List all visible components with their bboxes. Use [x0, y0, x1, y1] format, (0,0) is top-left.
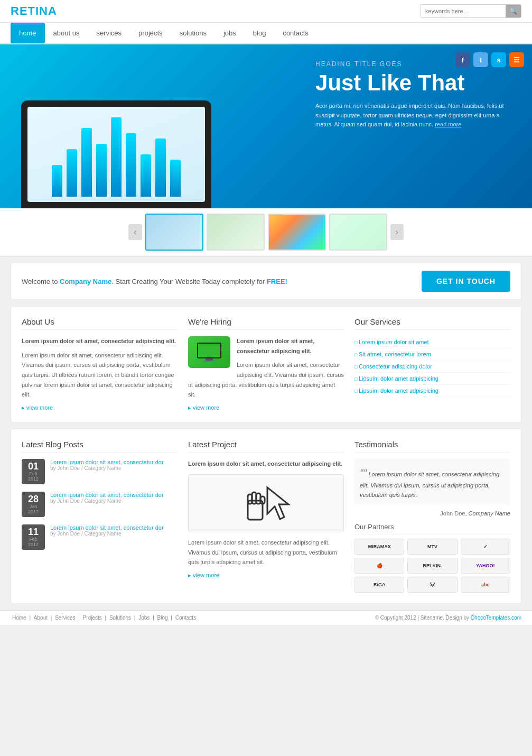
prev-thumb-button[interactable]: ‹: [128, 224, 142, 240]
footer-solutions[interactable]: Solutions: [109, 615, 131, 621]
services-title: Our Services: [354, 317, 510, 330]
footer-blog[interactable]: Blog: [157, 615, 168, 621]
post-day: 28: [25, 494, 41, 504]
partner-logo[interactable]: ✓: [461, 539, 510, 555]
thumbnail-3[interactable]: [268, 214, 326, 251]
nav: home about us services projects solution…: [0, 23, 532, 44]
nav-solutions[interactable]: solutions: [171, 23, 215, 43]
blog-post-author: by John Doe / Category Name: [50, 465, 164, 471]
search-input[interactable]: [421, 6, 506, 16]
service-link[interactable]: Lorem ipsum dolor sit amet: [354, 336, 510, 348]
blog-post-link[interactable]: Lorem ipsum dolor sit amet, consectetur …: [50, 524, 164, 531]
hero-subtitle: HEADING TITLE GOES: [315, 60, 516, 68]
hero-title: Just Like That: [315, 71, 516, 95]
service-link[interactable]: Lipsuim dolor amet adpispicing: [354, 385, 510, 397]
hero-text: Acor porta mi, non venenatis augue imper…: [315, 102, 516, 130]
footer-brand[interactable]: ChocoTemplates.com: [471, 615, 521, 621]
blog-post: 01 Feb 2012 Lorem ipsum dolor sit amet, …: [22, 459, 178, 484]
testimonials-column: Testimonials Lorem ipsum dolor sit amet,…: [354, 440, 510, 593]
hiring-icon: [188, 336, 230, 368]
date-badge: 11 Feb 2012: [22, 524, 45, 550]
testimonial-author: John Doe, Company Name: [354, 510, 510, 517]
svg-rect-2: [206, 358, 213, 361]
blog-post-link[interactable]: Lorem ipsum dolor sit amet, consectetur …: [50, 492, 164, 498]
service-link[interactable]: Lipsuim dolor amet adpispicing: [354, 373, 510, 385]
partner-logo[interactable]: MIRAMAX: [354, 539, 404, 555]
post-month: Jan: [25, 504, 41, 509]
about-title: About Us: [22, 317, 178, 330]
thumbnail-1[interactable]: [145, 214, 203, 251]
nav-home[interactable]: home: [11, 23, 45, 43]
nav-blog[interactable]: blog: [245, 23, 275, 43]
project-bold-text: Lorem ipsum dolor sit amet, consectetur …: [188, 459, 344, 469]
project-title: Latest Project: [188, 440, 344, 453]
partner-logo[interactable]: YAHOO!: [461, 558, 510, 574]
nav-jobs[interactable]: jobs: [215, 23, 245, 43]
about-column: About Us Lorem ipsum dolor sit amet, con…: [22, 317, 178, 411]
welcome-bar: Welcome to Company Name. Start Creating …: [11, 263, 521, 300]
hiring-title: We're Hiring: [188, 317, 344, 330]
logo: RETINA: [11, 4, 57, 18]
partner-logo[interactable]: MTV: [407, 539, 457, 555]
date-badge: 01 Feb 2012: [22, 459, 45, 484]
footer-links: Home | About | Services | Projects | Sol…: [11, 615, 198, 621]
about-body: Lorem ipsum dolor sit amet, consectetur …: [22, 351, 178, 400]
partners-grid: MIRAMAXMTV✓🍎BELKIN.YAHOO!R/GA🐼abc: [354, 539, 510, 593]
date-badge: 28 Jan 2012: [22, 492, 45, 517]
header: RETINA 🔍: [0, 0, 532, 23]
thumbnail-2[interactable]: [207, 214, 265, 251]
blog-column: Latest Blog Posts 01 Feb 2012 Lorem ipsu…: [22, 440, 178, 593]
nav-services[interactable]: services: [88, 23, 130, 43]
thumbnail-4[interactable]: [329, 214, 387, 251]
search-button[interactable]: 🔍: [506, 5, 521, 17]
testimonial-text: Lorem ipsum dolor sit amet, consectetur …: [354, 459, 510, 505]
get-in-touch-button[interactable]: GET IN TOUCH: [422, 271, 510, 292]
service-link[interactable]: Sit atmet, consectetur lorem: [354, 348, 510, 361]
project-column: Latest Project Lorem ipsum dolor sit ame…: [188, 440, 344, 593]
hero-section: f t s ☰ HEADING TIT: [0, 44, 532, 208]
partner-logo[interactable]: BELKIN.: [407, 558, 457, 574]
blog-post-author: by John Doe / Category Name: [50, 498, 164, 504]
partner-logo[interactable]: 🐼: [407, 577, 457, 593]
nav-projects[interactable]: projects: [130, 23, 171, 43]
nav-about[interactable]: about us: [45, 23, 88, 43]
footer-jobs[interactable]: Jobs: [138, 615, 150, 621]
footer-contacts[interactable]: Contacts: [175, 615, 196, 621]
service-link[interactable]: Consectetur adispicing dolor: [354, 361, 510, 373]
hero-readmore-link[interactable]: read more: [435, 121, 461, 127]
welcome-text: Welcome to Company Name. Start Creating …: [22, 278, 287, 285]
blog-post-link[interactable]: Lorem ipsum dolor sit amet, consectetur …: [50, 459, 164, 465]
hiring-column: We're Hiring Lorem ipsum dolor sit amet,…: [188, 317, 344, 411]
footer-home[interactable]: Home: [12, 615, 26, 621]
project-viewmore-link[interactable]: view more: [188, 572, 219, 578]
footer-services[interactable]: Services: [55, 615, 75, 621]
hero-content: HEADING TITLE GOES Just Like That Acor p…: [315, 60, 516, 130]
footer-projects[interactable]: Projects: [83, 615, 102, 621]
partner-logo[interactable]: R/GA: [354, 577, 404, 593]
next-thumb-button[interactable]: ›: [390, 224, 404, 240]
project-body: Lorem ipsum dolor sit amet, consectetur …: [188, 538, 344, 567]
post-day: 11: [25, 527, 41, 537]
monitor-illustration: [5, 100, 227, 208]
nav-contacts[interactable]: contacts: [274, 23, 316, 43]
footer-about[interactable]: About: [34, 615, 48, 621]
about-viewmore-link[interactable]: view more: [22, 404, 53, 411]
footer: Home | About | Services | Projects | Sol…: [0, 610, 532, 625]
svg-rect-3: [202, 361, 216, 362]
main-content: About Us Lorem ipsum dolor sit amet, con…: [11, 306, 521, 422]
blog-text: Lorem ipsum dolor sit amet, consectetur …: [50, 459, 164, 471]
post-year: 2012: [25, 542, 41, 547]
blog-text: Lorem ipsum dolor sit amet, consectetur …: [50, 492, 164, 504]
services-column: Our Services Lorem ipsum dolor sit ametS…: [354, 317, 510, 411]
services-list: Lorem ipsum dolor sit ametSit atmet, con…: [354, 336, 510, 397]
partner-logo[interactable]: 🍎: [354, 558, 404, 574]
blog-text: Lorem ipsum dolor sit amet, consectetur …: [50, 524, 164, 537]
blog-post: 11 Feb 2012 Lorem ipsum dolor sit amet, …: [22, 524, 178, 550]
blog-posts-list: 01 Feb 2012 Lorem ipsum dolor sit amet, …: [22, 459, 178, 550]
blog-title: Latest Blog Posts: [22, 440, 178, 453]
svg-rect-1: [198, 344, 220, 357]
post-month: Feb: [25, 471, 41, 476]
hiring-viewmore-link[interactable]: view more: [188, 404, 219, 411]
testimonials-title: Testimonials: [354, 440, 510, 453]
partner-logo[interactable]: abc: [461, 577, 510, 593]
